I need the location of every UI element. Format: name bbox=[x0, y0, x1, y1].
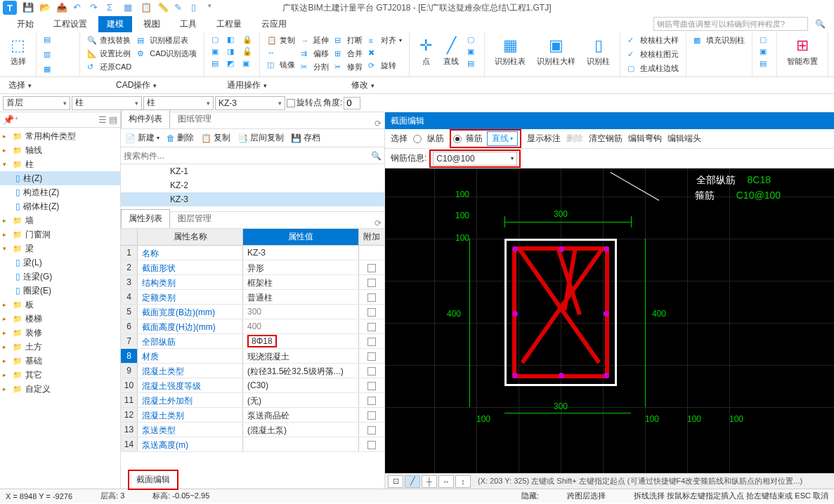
area-icon[interactable]: ▦ bbox=[124, 2, 135, 13]
small-a[interactable]: ▢ bbox=[209, 34, 224, 46]
sum-icon[interactable]: Σ bbox=[107, 2, 118, 13]
tab-component-list[interactable]: 构件列表 bbox=[121, 110, 170, 128]
tab-property-list[interactable]: 属性列表 bbox=[121, 209, 170, 228]
small-d[interactable]: ◧ bbox=[224, 34, 240, 46]
redo-icon[interactable]: ↷ bbox=[90, 2, 101, 13]
tree-row-墙[interactable]: ▸📁墙 bbox=[0, 213, 120, 227]
tree-row-砌体柱(Z)[interactable]: ▯砌体柱(Z) bbox=[0, 199, 120, 213]
check-col-big-button[interactable]: ✓校核柱大样 bbox=[625, 34, 682, 47]
property-row[interactable]: 4定额类别普通柱 bbox=[121, 290, 384, 305]
tree-row-轴线[interactable]: ▸📁轴线 bbox=[0, 143, 120, 157]
more-icon[interactable]: ▾ bbox=[208, 2, 219, 13]
rotate-point-checkbox[interactable] bbox=[287, 99, 295, 107]
extend-button[interactable]: →延伸 bbox=[298, 34, 332, 47]
property-row[interactable]: 9混凝土类型(粒径31.5砼32.5级坍落...) bbox=[121, 364, 384, 378]
rotate-button[interactable]: ⟳旋转 bbox=[365, 59, 405, 72]
identify-col-big-button[interactable]: ▣ 识别柱大样 bbox=[531, 34, 581, 75]
section-edit-button[interactable]: 截面编辑 bbox=[128, 470, 178, 490]
type1-combo[interactable]: 柱▾ bbox=[72, 96, 142, 110]
select-label[interactable]: 选择 bbox=[391, 133, 408, 145]
tree-row-装修[interactable]: ▸📁装修 bbox=[0, 326, 120, 340]
small-c[interactable]: ▤ bbox=[209, 58, 224, 69]
clear-rebar-button[interactable]: 清空钢筋 bbox=[589, 133, 623, 145]
tree-row-梁[interactable]: ▾📁梁 bbox=[0, 241, 120, 256]
mirror-button[interactable]: ◫镜像 bbox=[264, 58, 298, 72]
tree-row-连梁(G)[interactable]: ▯连梁(G) bbox=[0, 270, 120, 284]
small-b[interactable]: ▣ bbox=[209, 46, 224, 58]
sm-k[interactable]: ▣ bbox=[464, 46, 480, 58]
tab-layer-mgmt[interactable]: 图层管理 bbox=[170, 209, 219, 228]
tree-row-柱(Z)[interactable]: ▯柱(Z) bbox=[0, 171, 120, 185]
tree-row-构造柱(Z)[interactable]: ▯构造柱(Z) bbox=[0, 185, 120, 199]
show-annotation-button[interactable]: 显示标注 bbox=[527, 133, 561, 145]
section-canvas[interactable]: /* grid drawn via inline elements below … bbox=[385, 168, 834, 473]
identify-col-button[interactable]: ▯ 识别柱 bbox=[581, 34, 615, 75]
menu-cloud[interactable]: 云应用 bbox=[253, 16, 295, 32]
small-g[interactable]: 🔒 bbox=[240, 34, 255, 46]
menu-tools[interactable]: 工具 bbox=[171, 16, 205, 32]
btn-3[interactable]: ▦ bbox=[41, 63, 75, 75]
type3-combo[interactable]: KZ-3▾ bbox=[215, 96, 285, 110]
straight-line-button[interactable]: 直线▾ bbox=[487, 131, 518, 146]
small-f[interactable]: ◩ bbox=[224, 58, 240, 69]
tree-row-板[interactable]: ▸📁板 bbox=[0, 298, 120, 312]
help-search[interactable]: 钢筋弯曲值调整可以精确到何种程度? bbox=[653, 17, 808, 31]
tree-row-其它[interactable]: ▸📁其它 bbox=[0, 368, 120, 382]
line-button[interactable]: ╱ 直线 bbox=[438, 34, 464, 75]
property-row[interactable]: 13泵送类型(混凝土泵) bbox=[121, 423, 384, 437]
property-row[interactable]: 5截面宽度(B边)(mm)300 bbox=[121, 305, 384, 319]
cad-ops-group-label[interactable]: CAD操作 ▾ bbox=[116, 79, 157, 91]
layer-copy-button[interactable]: 📑层间复制 bbox=[237, 132, 284, 144]
tree-row-柱[interactable]: ▾📁柱 bbox=[0, 157, 120, 171]
floor-combo[interactable]: 首层▾ bbox=[3, 96, 70, 110]
general-ops-group-label[interactable]: 通用操作 ▾ bbox=[227, 79, 267, 91]
comp-row-KZ-1[interactable]: KZ-1 bbox=[121, 164, 384, 178]
property-row[interactable]: 1名称KZ-3 bbox=[121, 246, 384, 260]
offset-button[interactable]: ⇉偏移 bbox=[298, 47, 332, 60]
set-scale-button[interactable]: 📐设置比例 bbox=[84, 47, 134, 60]
export-icon[interactable]: 📤 bbox=[56, 2, 67, 13]
collapse-icon[interactable]: ▤ bbox=[109, 114, 117, 125]
property-row[interactable]: 3结构类别框架柱 bbox=[121, 275, 384, 290]
menu-project-settings[interactable]: 工程设置 bbox=[45, 16, 96, 32]
ruler-icon[interactable]: 📏 bbox=[157, 2, 169, 13]
property-row[interactable]: 8材质现浇混凝土 bbox=[121, 349, 384, 364]
radio-stirrup[interactable] bbox=[453, 135, 462, 143]
check-col-img-button[interactable]: ✓校核柱图元 bbox=[625, 48, 682, 61]
pin-icon[interactable]: 📌⁺ bbox=[3, 114, 19, 125]
break-button[interactable]: ⊟打断 bbox=[332, 34, 365, 47]
delete-rebar-button[interactable]: 删除 bbox=[566, 133, 583, 145]
rebar-info-combo[interactable]: C10@100▾ bbox=[433, 152, 517, 166]
small-i[interactable]: ▣ bbox=[240, 58, 255, 69]
search-icon[interactable]: 🔍 bbox=[815, 19, 826, 29]
identify-col-table-button[interactable]: ▦ 识别柱表 bbox=[489, 34, 531, 75]
save-icon[interactable]: 💾 bbox=[22, 2, 34, 13]
property-row[interactable]: 2截面形状异形 bbox=[121, 260, 384, 275]
identify-floor-button[interactable]: ▤识别楼层表 bbox=[134, 34, 200, 47]
tree-row-常用构件类型[interactable]: ▸📁常用构件类型 bbox=[0, 129, 120, 143]
cad-identify-button[interactable]: ⚙CAD识别选项 bbox=[134, 47, 200, 60]
tree-row-梁(L)[interactable]: ▯梁(L) bbox=[0, 256, 120, 270]
archive-button[interactable]: 💾存档 bbox=[291, 132, 320, 144]
property-row[interactable]: 7全部纵筋8Φ18 bbox=[121, 334, 384, 349]
edit-end-button[interactable]: 编辑端头 bbox=[667, 133, 701, 145]
tree-row-楼梯[interactable]: ▸📁楼梯 bbox=[0, 312, 120, 326]
tree-row-土方[interactable]: ▸📁土方 bbox=[0, 340, 120, 354]
trim-button[interactable]: ✂修剪 bbox=[332, 60, 365, 74]
comp-row-KZ-2[interactable]: KZ-2 bbox=[121, 178, 384, 192]
split-button[interactable]: ✂分割 bbox=[298, 60, 332, 74]
sm-m[interactable]: ▢ bbox=[757, 34, 772, 46]
calc-icon[interactable]: 📋 bbox=[141, 2, 152, 13]
refresh-icon[interactable]: ⟳ bbox=[374, 119, 382, 128]
smart-layout-button[interactable]: ⊞ 智能布置 bbox=[781, 34, 823, 69]
tab-drawing-mgmt[interactable]: 图纸管理 bbox=[170, 110, 219, 128]
sm-n[interactable]: ▣ bbox=[757, 46, 772, 58]
menu-model[interactable]: 建模 bbox=[98, 16, 132, 32]
component-search[interactable] bbox=[124, 151, 371, 161]
comp-row-KZ-3[interactable]: KZ-3 bbox=[121, 192, 384, 206]
edit-icon[interactable]: ✎ bbox=[174, 2, 185, 13]
menu-quantity[interactable]: 工程量 bbox=[208, 16, 250, 32]
property-row[interactable]: 6截面高度(H边)(mm)400 bbox=[121, 319, 384, 334]
cf-btn1[interactable]: ⊡ bbox=[388, 475, 403, 488]
new-button[interactable]: 📄新建▾ bbox=[125, 132, 159, 144]
